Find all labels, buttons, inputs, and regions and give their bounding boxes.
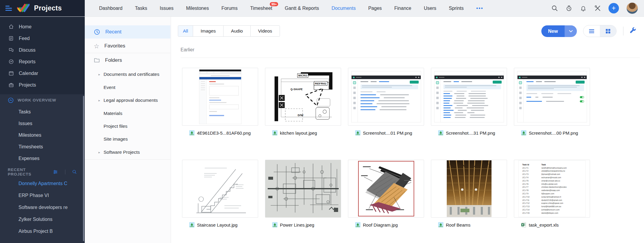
sidebar-item-projects[interactable]: Projects bbox=[0, 79, 85, 91]
file-name[interactable]: Screenshot....00 PM.png bbox=[529, 130, 578, 136]
nav-item-sprints[interactable]: Sprints bbox=[449, 6, 464, 11]
settings-wrench-icon[interactable] bbox=[629, 26, 637, 34]
nav-more-icon[interactable]: ••• bbox=[476, 5, 483, 11]
project-item-zylker-solutions[interactable]: Zylker Solutions bbox=[0, 213, 85, 225]
folder-item-event[interactable]: Event bbox=[85, 81, 170, 94]
file-label[interactable]: 4E961DE3-5...81AF60.png bbox=[182, 130, 258, 136]
file-label[interactable]: Screenshot....00 PM.png bbox=[514, 130, 590, 136]
nav-item-documents[interactable]: Documents bbox=[332, 6, 356, 11]
expand-arrow-icon[interactable]: ▸ bbox=[98, 150, 100, 154]
file-card[interactable]: Power Lines.jpeg bbox=[265, 160, 341, 228]
nav-item-finance[interactable]: Finance bbox=[394, 6, 411, 11]
thumbnail-roof-beams[interactable] bbox=[431, 160, 507, 218]
thumbnail-staircase-layout[interactable] bbox=[182, 160, 258, 218]
sidebar-item-calendar[interactable]: Calendar bbox=[0, 67, 85, 79]
file-name[interactable]: Power Lines.jpeg bbox=[280, 222, 314, 227]
file-name[interactable]: Roof Diagram.jpg bbox=[363, 222, 398, 227]
file-label[interactable]: Roof Beams bbox=[431, 222, 507, 228]
sidebar-item-feed[interactable]: Feed bbox=[0, 33, 85, 44]
file-card[interactable]: Staircase Layout.jpg bbox=[182, 160, 258, 228]
sidebar-scrollbar[interactable] bbox=[83, 96, 84, 241]
file-label[interactable]: Staircase Layout.jpg bbox=[182, 222, 258, 228]
tab-videos[interactable]: Videos bbox=[250, 26, 280, 36]
sidebar-item-reports[interactable]: Reports bbox=[0, 56, 85, 67]
nav-item-tasks[interactable]: Tasks bbox=[135, 6, 147, 11]
project-item-erp-phase-vi[interactable]: ERP Phase VI bbox=[0, 190, 85, 202]
file-label[interactable]: Roof Diagram.jpg bbox=[348, 222, 424, 228]
filter-sliders-icon[interactable] bbox=[53, 169, 58, 175]
thumbnail-screenshot-00pm[interactable] bbox=[514, 68, 590, 126]
thumbnail-task-export[interactable]: Task IdTask JC1-T1ranjith@themathcompany… bbox=[514, 160, 590, 218]
file-card[interactable]: Task IdTask JC1-T1ranjith@themathcompany… bbox=[514, 160, 590, 228]
folder-item-site-images[interactable]: Site images bbox=[85, 133, 170, 145]
sidebar-item-tasks[interactable]: Tasks bbox=[0, 106, 85, 118]
folder-item-documents-and-certificates[interactable]: ▸ Documents and certificates bbox=[85, 68, 170, 81]
thumbnail-screenshot-31pm[interactable] bbox=[431, 68, 507, 126]
folder-item-project-files[interactable]: Project files bbox=[85, 120, 170, 133]
file-card[interactable]: Roof Beams bbox=[431, 160, 507, 228]
thumbnail-roof-diagram[interactable] bbox=[348, 160, 424, 218]
sidebar-item-issues[interactable]: Issues bbox=[0, 118, 85, 129]
nav-item-milestones[interactable]: Milestones bbox=[186, 6, 209, 11]
nav-item-timesheet[interactable]: Timesheet99+ bbox=[250, 6, 272, 11]
sidebar-item-home[interactable]: Home bbox=[0, 21, 85, 33]
expand-arrow-icon[interactable]: ▸ bbox=[98, 73, 100, 76]
folder-item-software-projects[interactable]: ▸ Software Projects bbox=[85, 146, 170, 159]
project-item-airbus-project-b[interactable]: Airbus Project B bbox=[0, 225, 85, 237]
file-label[interactable]: Power Lines.jpeg bbox=[265, 222, 341, 228]
timer-icon[interactable] bbox=[566, 5, 572, 12]
new-dropdown-button[interactable] bbox=[565, 25, 577, 37]
list-view-button[interactable] bbox=[583, 25, 600, 37]
file-label[interactable]: kitchen layout.jpeg bbox=[265, 130, 341, 136]
nav-item-gantt-reports[interactable]: Gantt & Reports bbox=[285, 6, 319, 11]
file-name[interactable]: Roof Beams bbox=[446, 222, 471, 227]
project-item-donnelly-apartments[interactable]: Donnelly Apartments C bbox=[0, 178, 85, 190]
nav-item-pages[interactable]: Pages bbox=[368, 6, 382, 11]
thumbnail-kitchen-layout[interactable]: MICRO REFRIG Q-SHAPE D/W bbox=[265, 68, 341, 126]
tools-icon[interactable] bbox=[594, 5, 601, 12]
panel-item-folders[interactable]: Folders bbox=[85, 53, 170, 67]
file-name[interactable]: Screenshot....31 PM.png bbox=[446, 130, 495, 136]
file-label[interactable]: Screenshot....01 PM.png bbox=[348, 130, 424, 136]
file-label[interactable]: Screenshot....31 PM.png bbox=[431, 130, 507, 136]
file-card[interactable]: 4E961DE3-5...81AF60.png bbox=[182, 68, 258, 136]
notifications-bell-icon[interactable] bbox=[580, 5, 587, 12]
grid-view-button[interactable] bbox=[600, 25, 616, 37]
folder-item-materials[interactable]: Materials bbox=[85, 107, 170, 120]
file-label[interactable]: task_export.xls bbox=[514, 222, 590, 228]
nav-item-issues[interactable]: Issues bbox=[160, 6, 173, 11]
file-card[interactable]: Roof Diagram.jpg bbox=[348, 160, 424, 228]
sidebar-item-expenses[interactable]: Expenses bbox=[0, 153, 85, 164]
thumbnail-4e961de3[interactable] bbox=[182, 68, 258, 126]
file-name[interactable]: 4E961DE3-5...81AF60.png bbox=[197, 130, 251, 136]
file-name[interactable]: Staircase Layout.jpg bbox=[197, 222, 238, 227]
sidebar-item-discuss[interactable]: Discuss bbox=[0, 44, 85, 56]
file-card[interactable]: Screenshot....01 PM.png bbox=[348, 68, 424, 136]
tab-images[interactable]: Images bbox=[193, 26, 223, 36]
work-overview-header[interactable]: WORK OVERVIEW bbox=[0, 94, 85, 106]
folder-item-legal-approval-documents[interactable]: ▸ Legal approval documents bbox=[85, 94, 170, 107]
project-item-software-developers[interactable]: Software developers re bbox=[0, 202, 85, 213]
sidebar-item-timesheets[interactable]: Timesheets bbox=[0, 141, 85, 153]
expand-arrow-icon[interactable]: ▸ bbox=[98, 99, 100, 102]
hamburger-menu-icon[interactable] bbox=[5, 6, 12, 11]
file-card[interactable]: MICRO REFRIG Q-SHAPE D/W kitchen layout.… bbox=[265, 68, 341, 136]
tab-audio[interactable]: Audio bbox=[223, 26, 250, 36]
nav-item-forums[interactable]: Forums bbox=[221, 6, 238, 11]
panel-item-recent[interactable]: Recent bbox=[85, 25, 170, 39]
file-name[interactable]: Screenshot....01 PM.png bbox=[363, 130, 412, 136]
thumbnail-power-lines[interactable] bbox=[265, 160, 341, 218]
file-card[interactable]: Screenshot....31 PM.png bbox=[431, 68, 507, 136]
file-card[interactable]: Screenshot....00 PM.png bbox=[514, 68, 590, 136]
file-name[interactable]: task_export.xls bbox=[529, 222, 559, 227]
user-avatar[interactable] bbox=[626, 2, 638, 14]
nav-item-dashboard[interactable]: Dashboard bbox=[99, 6, 122, 11]
project-search-icon[interactable] bbox=[72, 169, 77, 175]
add-new-button[interactable]: + bbox=[608, 3, 619, 13]
thumbnail-screenshot-01pm[interactable] bbox=[348, 68, 424, 126]
tab-all[interactable]: All bbox=[178, 26, 193, 36]
panel-item-favorites[interactable]: ☆ Favorites bbox=[85, 39, 170, 53]
sidebar-item-milestones[interactable]: Milestones bbox=[0, 129, 85, 141]
new-button[interactable]: New bbox=[541, 25, 565, 37]
file-name[interactable]: kitchen layout.jpeg bbox=[280, 130, 317, 136]
